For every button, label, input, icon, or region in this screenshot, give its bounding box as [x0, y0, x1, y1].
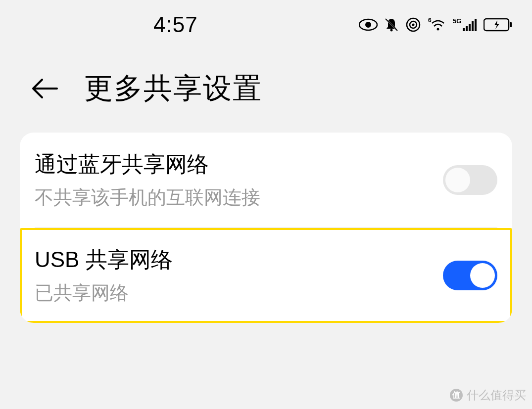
svg-text:5G: 5G: [453, 17, 461, 25]
svg-rect-14: [472, 21, 474, 31]
svg-rect-15: [475, 19, 477, 31]
page-title: 更多共享设置: [84, 69, 262, 108]
toggle-knob: [445, 168, 470, 192]
battery-charging-icon: [484, 17, 512, 32]
setting-usb-tethering[interactable]: USB 共享网络 已共享网络: [20, 228, 512, 323]
setting-bluetooth-tethering[interactable]: 通过蓝牙共享网络 不共享该手机的互联网连接: [20, 133, 512, 227]
svg-rect-11: [463, 28, 465, 31]
status-icons: 6 5G: [359, 17, 512, 33]
svg-rect-17: [510, 22, 512, 27]
toggle-knob: [470, 263, 495, 288]
svg-point-9: [437, 28, 439, 31]
status-time: 4:57: [153, 12, 198, 37]
svg-point-1: [365, 22, 371, 28]
signal-icon: 5G: [453, 17, 478, 32]
bluetooth-tethering-toggle[interactable]: [443, 165, 497, 195]
svg-point-2: [390, 29, 393, 32]
setting-text: 通过蓝牙共享网络 不共享该手机的互联网连接: [35, 150, 443, 210]
watermark-badge-icon: 值: [450, 389, 463, 402]
setting-title: USB 共享网络: [35, 245, 443, 274]
watermark-text: 什么值得买: [467, 387, 526, 403]
svg-rect-12: [466, 26, 468, 31]
hotspot-icon: [405, 17, 421, 33]
svg-point-7: [412, 24, 415, 26]
status-bar: 4:57 6 5G: [0, 0, 532, 49]
wifi-icon: 6: [427, 17, 447, 32]
page-header: 更多共享设置: [0, 49, 532, 133]
setting-title: 通过蓝牙共享网络: [35, 150, 443, 179]
arrow-left-icon: [31, 78, 58, 99]
bell-muted-icon: [384, 17, 399, 33]
svg-text:6: 6: [428, 17, 432, 24]
watermark: 值 什么值得买: [450, 387, 526, 403]
setting-text: USB 共享网络 已共享网络: [35, 245, 443, 306]
eye-icon: [359, 18, 378, 31]
back-button[interactable]: [30, 74, 59, 103]
usb-tethering-toggle[interactable]: [443, 261, 497, 290]
settings-card: 通过蓝牙共享网络 不共享该手机的互联网连接 USB 共享网络 已共享网络: [20, 133, 512, 323]
setting-subtitle: 已共享网络: [35, 280, 443, 306]
setting-subtitle: 不共享该手机的互联网连接: [35, 185, 443, 210]
svg-rect-13: [469, 24, 471, 31]
